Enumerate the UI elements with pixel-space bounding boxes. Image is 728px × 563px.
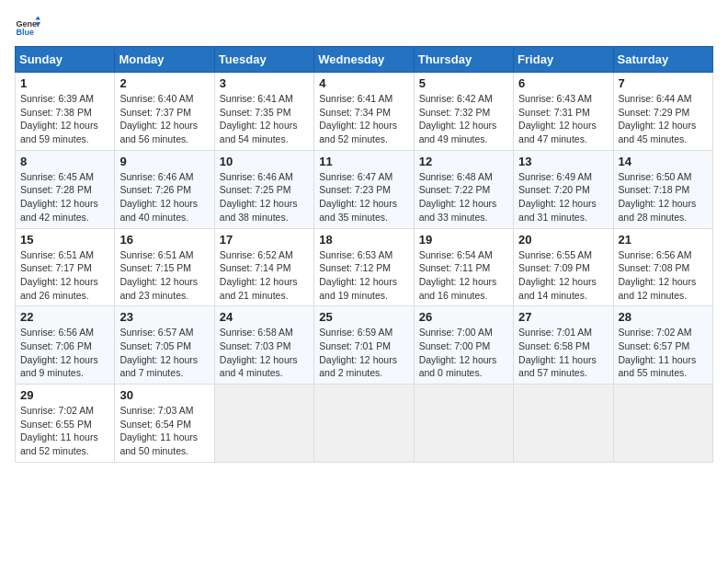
day-info: Sunrise: 6:57 AM Sunset: 7:05 PM Dayligh… — [119, 326, 209, 380]
day-info: Sunrise: 6:47 AM Sunset: 7:23 PM Dayligh… — [319, 170, 408, 224]
day-info: Sunrise: 7:00 AM Sunset: 7:00 PM Dayligh… — [419, 326, 508, 380]
day-info: Sunrise: 6:59 AM Sunset: 7:01 PM Dayligh… — [319, 326, 408, 380]
day-number: 27 — [518, 310, 608, 324]
calendar-cell: 19 Sunrise: 6:54 AM Sunset: 7:11 PM Dayl… — [414, 228, 513, 306]
day-info: Sunrise: 6:52 AM Sunset: 7:14 PM Dayligh… — [220, 248, 309, 303]
calendar-week-row: 15 Sunrise: 6:51 AM Sunset: 7:17 PM Dayl… — [16, 228, 713, 306]
day-info: Sunrise: 7:02 AM Sunset: 6:55 PM Dayligh… — [20, 404, 109, 458]
day-info: Sunrise: 6:53 AM Sunset: 7:12 PM Dayligh… — [319, 248, 408, 303]
day-number: 15 — [20, 233, 109, 247]
day-number: 2 — [119, 76, 209, 90]
day-number: 16 — [119, 233, 209, 247]
calendar-cell: 25 Sunrise: 6:59 AM Sunset: 7:01 PM Dayl… — [314, 306, 414, 385]
day-info: Sunrise: 6:56 AM Sunset: 7:06 PM Dayligh… — [20, 326, 109, 380]
calendar-cell — [514, 385, 613, 463]
day-info: Sunrise: 6:41 AM Sunset: 7:34 PM Dayligh… — [319, 92, 408, 146]
day-info: Sunrise: 7:01 AM Sunset: 6:58 PM Dayligh… — [518, 326, 608, 380]
calendar-cell: 3 Sunrise: 6:41 AM Sunset: 7:35 PM Dayli… — [214, 73, 313, 151]
day-number: 23 — [119, 310, 209, 324]
day-info: Sunrise: 6:54 AM Sunset: 7:11 PM Dayligh… — [419, 248, 508, 303]
day-number: 24 — [220, 310, 309, 324]
calendar-week-row: 22 Sunrise: 6:56 AM Sunset: 7:06 PM Dayl… — [16, 306, 713, 385]
day-info: Sunrise: 6:42 AM Sunset: 7:32 PM Dayligh… — [419, 92, 508, 146]
calendar-cell: 14 Sunrise: 6:50 AM Sunset: 7:18 PM Dayl… — [613, 150, 712, 228]
calendar-cell: 13 Sunrise: 6:49 AM Sunset: 7:20 PM Dayl… — [514, 150, 613, 228]
day-number: 14 — [619, 155, 708, 168]
day-info: Sunrise: 7:03 AM Sunset: 6:54 PM Dayligh… — [119, 404, 209, 458]
calendar-cell — [613, 385, 712, 463]
calendar-cell: 18 Sunrise: 6:53 AM Sunset: 7:12 PM Dayl… — [314, 228, 414, 306]
calendar-cell: 20 Sunrise: 6:55 AM Sunset: 7:09 PM Dayl… — [514, 228, 613, 306]
day-info: Sunrise: 6:58 AM Sunset: 7:03 PM Dayligh… — [220, 326, 309, 380]
calendar-cell: 15 Sunrise: 6:51 AM Sunset: 7:17 PM Dayl… — [16, 228, 115, 306]
day-number: 7 — [619, 76, 708, 90]
calendar-cell: 4 Sunrise: 6:41 AM Sunset: 7:34 PM Dayli… — [314, 73, 414, 151]
day-number: 26 — [419, 310, 508, 324]
day-number: 11 — [319, 155, 408, 168]
calendar-cell: 6 Sunrise: 6:43 AM Sunset: 7:31 PM Dayli… — [514, 73, 613, 151]
calendar-cell: 1 Sunrise: 6:39 AM Sunset: 7:38 PM Dayli… — [16, 73, 115, 151]
calendar-cell: 30 Sunrise: 7:03 AM Sunset: 6:54 PM Dayl… — [115, 385, 214, 463]
weekday-header-row: SundayMondayTuesdayWednesdayThursdayFrid… — [16, 47, 713, 73]
day-info: Sunrise: 6:40 AM Sunset: 7:37 PM Dayligh… — [119, 92, 209, 146]
svg-text:Blue: Blue — [16, 28, 34, 37]
calendar-cell: 9 Sunrise: 6:46 AM Sunset: 7:26 PM Dayli… — [115, 150, 214, 228]
day-number: 21 — [619, 233, 708, 247]
day-number: 8 — [20, 155, 109, 168]
weekday-header: Tuesday — [214, 47, 313, 73]
day-info: Sunrise: 6:44 AM Sunset: 7:29 PM Dayligh… — [619, 92, 708, 146]
calendar-cell — [214, 385, 313, 463]
day-info: Sunrise: 6:43 AM Sunset: 7:31 PM Dayligh… — [518, 92, 608, 146]
day-info: Sunrise: 6:51 AM Sunset: 7:15 PM Dayligh… — [119, 248, 209, 303]
day-number: 3 — [220, 76, 309, 90]
calendar-cell: 26 Sunrise: 7:00 AM Sunset: 7:00 PM Dayl… — [414, 306, 513, 385]
day-number: 29 — [20, 388, 109, 402]
logo: General Blue — [15, 15, 44, 40]
calendar-cell: 8 Sunrise: 6:45 AM Sunset: 7:28 PM Dayli… — [16, 150, 115, 228]
day-info: Sunrise: 6:39 AM Sunset: 7:38 PM Dayligh… — [20, 92, 109, 146]
calendar-cell: 2 Sunrise: 6:40 AM Sunset: 7:37 PM Dayli… — [115, 73, 214, 151]
weekday-header: Friday — [514, 47, 613, 73]
day-number: 19 — [419, 233, 508, 247]
day-number: 10 — [220, 155, 309, 168]
calendar-table: SundayMondayTuesdayWednesdayThursdayFrid… — [15, 46, 713, 463]
calendar-cell: 22 Sunrise: 6:56 AM Sunset: 7:06 PM Dayl… — [16, 306, 115, 385]
calendar-cell: 16 Sunrise: 6:51 AM Sunset: 7:15 PM Dayl… — [115, 228, 214, 306]
day-number: 18 — [319, 233, 408, 247]
page-header: General Blue — [15, 15, 713, 40]
day-number: 25 — [319, 310, 408, 324]
calendar-cell: 11 Sunrise: 6:47 AM Sunset: 7:23 PM Dayl… — [314, 150, 414, 228]
calendar-cell: 27 Sunrise: 7:01 AM Sunset: 6:58 PM Dayl… — [514, 306, 613, 385]
day-number: 30 — [119, 388, 209, 402]
day-info: Sunrise: 6:45 AM Sunset: 7:28 PM Dayligh… — [20, 170, 109, 224]
weekday-header: Wednesday — [314, 47, 414, 73]
day-number: 13 — [518, 155, 608, 168]
day-number: 12 — [419, 155, 508, 168]
logo-icon: General Blue — [15, 15, 40, 40]
day-number: 9 — [119, 155, 209, 168]
calendar-cell: 7 Sunrise: 6:44 AM Sunset: 7:29 PM Dayli… — [613, 73, 712, 151]
calendar-week-row: 29 Sunrise: 7:02 AM Sunset: 6:55 PM Dayl… — [16, 385, 713, 463]
calendar-cell: 23 Sunrise: 6:57 AM Sunset: 7:05 PM Dayl… — [115, 306, 214, 385]
calendar-cell: 5 Sunrise: 6:42 AM Sunset: 7:32 PM Dayli… — [414, 73, 513, 151]
calendar-cell: 21 Sunrise: 6:56 AM Sunset: 7:08 PM Dayl… — [613, 228, 712, 306]
day-number: 28 — [619, 310, 708, 324]
calendar-cell: 17 Sunrise: 6:52 AM Sunset: 7:14 PM Dayl… — [214, 228, 313, 306]
weekday-header: Saturday — [613, 47, 712, 73]
calendar-week-row: 8 Sunrise: 6:45 AM Sunset: 7:28 PM Dayli… — [16, 150, 713, 228]
calendar-cell: 10 Sunrise: 6:46 AM Sunset: 7:25 PM Dayl… — [214, 150, 313, 228]
day-info: Sunrise: 6:55 AM Sunset: 7:09 PM Dayligh… — [518, 248, 608, 303]
day-number: 6 — [518, 76, 608, 90]
day-info: Sunrise: 7:02 AM Sunset: 6:57 PM Dayligh… — [619, 326, 708, 380]
calendar-week-row: 1 Sunrise: 6:39 AM Sunset: 7:38 PM Dayli… — [16, 73, 713, 151]
day-number: 17 — [220, 233, 309, 247]
calendar-cell — [314, 385, 414, 463]
day-info: Sunrise: 6:56 AM Sunset: 7:08 PM Dayligh… — [619, 248, 708, 303]
day-info: Sunrise: 6:51 AM Sunset: 7:17 PM Dayligh… — [20, 248, 109, 303]
calendar-cell — [414, 385, 513, 463]
calendar-cell: 24 Sunrise: 6:58 AM Sunset: 7:03 PM Dayl… — [214, 306, 313, 385]
day-info: Sunrise: 6:46 AM Sunset: 7:25 PM Dayligh… — [220, 170, 309, 224]
day-info: Sunrise: 6:46 AM Sunset: 7:26 PM Dayligh… — [119, 170, 209, 224]
day-info: Sunrise: 6:41 AM Sunset: 7:35 PM Dayligh… — [220, 92, 309, 146]
day-number: 1 — [20, 76, 109, 90]
